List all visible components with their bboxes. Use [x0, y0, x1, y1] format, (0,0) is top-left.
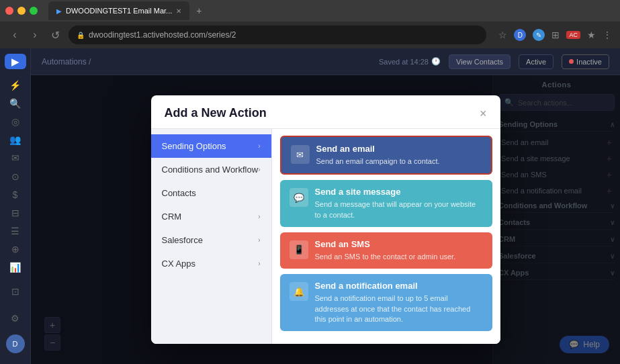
left-sidebar: ▶ ⚡ 🔍 ◎ 👥 ✉ ⊙ $ ⊟ ☰ ⊕ 📊 ⊡ ⚙ D	[0, 48, 31, 364]
app-header: Automations / Saved at 14:28 🕐 View Cont…	[31, 48, 620, 75]
menu-btn[interactable]: ⋮	[603, 30, 612, 40]
menu-arrow-icon: ›	[258, 260, 260, 267]
menu-item-label: Contacts	[162, 188, 196, 198]
menu-item-label: Sending Options	[162, 141, 226, 151]
action-title: Send an SMS	[315, 239, 456, 251]
sidebar-item-activity[interactable]: ⊙	[5, 169, 26, 184]
action-desc: Send an SMS to the contact or admin user…	[315, 252, 456, 262]
menu-item-contacts[interactable]: Contacts	[151, 181, 271, 205]
view-contacts-btn[interactable]: View Contacts	[449, 54, 511, 69]
inactive-btn[interactable]: Inactive	[562, 54, 609, 69]
menu-item-label: CRM	[162, 212, 182, 222]
sidebar-item-chart[interactable]: 📊	[5, 260, 26, 275]
sidebar-item-contacts[interactable]: 👥	[5, 132, 26, 148]
menu-item-label: Salesforce	[162, 235, 203, 245]
sidebar-item-settings[interactable]: ⚙	[5, 308, 26, 329]
action-title: Send a notification email	[315, 281, 483, 292]
menu-arrow-icon: ›	[258, 236, 260, 244]
menu-item-conditions[interactable]: Conditions and Workflow ›	[151, 158, 271, 181]
sidebar-item-dollar[interactable]: $	[5, 187, 26, 202]
modal-header: Add a New Action ×	[151, 95, 500, 129]
menu-item-sending-options[interactable]: Sending Options ›	[151, 134, 271, 158]
address-bar[interactable]: 🔒 dwoodingtest1.activehosted.com/series/…	[69, 26, 486, 44]
action-text: Send a site message Send a message that …	[315, 187, 483, 220]
address-bar-row: ‹ › ↺ 🔒 dwoodingtest1.activehosted.com/s…	[0, 21, 620, 48]
new-tab-btn[interactable]: +	[192, 5, 206, 16]
action-desc: Send a notification email to up to 5 ema…	[315, 293, 483, 324]
tab-close-btn[interactable]: ✕	[176, 7, 181, 15]
add-action-modal: Add a New Action × Sending Options › Con…	[151, 95, 500, 344]
user-icon-1[interactable]: D	[514, 29, 526, 41]
action-card-inner: 🔔 Send a notification email Send a notif…	[290, 281, 483, 324]
active-btn[interactable]: Active	[519, 54, 553, 69]
modal-left-menu: Sending Options › Conditions and Workflo…	[151, 129, 272, 344]
browser-chrome: ▶ DWOODINGTEST1 Email Mar... ✕ + ‹ › ↺ 🔒…	[0, 0, 620, 48]
action-title: Send an email	[316, 144, 440, 155]
menu-arrow-icon: ›	[258, 166, 260, 173]
modal-overlay[interactable]: Add a New Action × Sending Options › Con…	[31, 75, 620, 364]
saved-text: Saved at 14:28	[379, 58, 429, 66]
minimize-window-btn[interactable]	[17, 7, 26, 15]
modal-title: Add a New Action	[165, 106, 267, 120]
active-tab[interactable]: ▶ DWOODINGTEST1 Email Mar... ✕	[48, 1, 189, 20]
app-logo[interactable]: ▶	[5, 54, 26, 69]
inactive-indicator	[569, 59, 574, 64]
action-text: Send an email Send an email campaign to …	[316, 144, 440, 167]
sidebar-item-reports[interactable]: ⊟	[5, 205, 26, 220]
action-desc: Send an email campaign to a contact.	[316, 156, 440, 167]
menu-item-cxapps[interactable]: CX Apps ›	[151, 252, 271, 275]
close-window-btn[interactable]	[5, 7, 13, 15]
sidebar-item-automations[interactable]: ⚡	[5, 77, 26, 93]
sidebar-item-mail[interactable]: ✉	[5, 150, 26, 166]
main-content: Automations / Saved at 14:28 🕐 View Cont…	[31, 48, 620, 364]
extension-icon-1[interactable]: ✎	[533, 29, 545, 41]
sidebar-item-search[interactable]: 🔍	[5, 95, 26, 111]
email-action-icon: ✉	[291, 145, 310, 164]
star-icon[interactable]: ☆	[498, 30, 507, 40]
sms-icon: 📱	[290, 240, 308, 259]
site-message-icon: 💬	[290, 188, 308, 207]
extension-icon-2[interactable]: ⊞	[551, 30, 560, 40]
breadcrumb: Automations /	[42, 57, 91, 66]
forward-btn[interactable]: ›	[28, 29, 42, 41]
action-text: Send an SMS Send an SMS to the contact o…	[315, 239, 456, 262]
maximize-window-btn[interactable]	[30, 7, 38, 15]
action-card-site-message[interactable]: 💬 Send a site message Send a message tha…	[280, 180, 492, 227]
action-card-notification-email[interactable]: 🔔 Send a notification email Send a notif…	[280, 274, 492, 331]
action-card-inner: 📱 Send an SMS Send an SMS to the contact…	[290, 239, 483, 262]
modal-body: Sending Options › Conditions and Workflo…	[151, 129, 500, 344]
tab-title: DWOODINGTEST1 Email Mar...	[66, 7, 172, 15]
sidebar-item-list[interactable]: ☰	[5, 224, 26, 239]
menu-item-crm[interactable]: CRM ›	[151, 205, 271, 228]
action-text: Send a notification email Send a notific…	[315, 281, 483, 324]
action-card-send-sms[interactable]: 📱 Send an SMS Send an SMS to the contact…	[280, 232, 492, 269]
action-card-send-email[interactable]: ✉ Send an email Send an email campaign t…	[280, 136, 492, 175]
extension-icon-4[interactable]: ★	[587, 30, 596, 40]
lock-icon: 🔒	[77, 32, 85, 39]
menu-arrow-icon: ›	[258, 142, 260, 150]
action-card-inner: ✉ Send an email Send an email campaign t…	[291, 144, 482, 167]
sidebar-item-globe[interactable]: ⊕	[5, 242, 26, 257]
menu-arrow-icon: ›	[258, 213, 260, 220]
refresh-btn[interactable]: ↺	[48, 29, 62, 42]
action-desc: Send a message that will appear on your …	[315, 199, 483, 220]
back-btn[interactable]: ‹	[8, 29, 21, 41]
menu-item-salesforce[interactable]: Salesforce ›	[151, 228, 271, 252]
modal-close-btn[interactable]: ×	[480, 107, 487, 120]
inactive-label: Inactive	[576, 58, 602, 66]
notification-icon: 🔔	[290, 282, 308, 301]
menu-item-label: CX Apps	[162, 259, 196, 269]
window-controls	[5, 7, 38, 15]
action-card-inner: 💬 Send a site message Send a message tha…	[290, 187, 483, 220]
sidebar-item-location[interactable]: ◎	[5, 114, 26, 130]
logo-icon: ▶	[11, 56, 19, 67]
extension-icon-3[interactable]: AC	[566, 31, 580, 39]
modal-right-content: ✉ Send an email Send an email campaign t…	[272, 129, 500, 344]
browser-tabs: ▶ DWOODINGTEST1 Email Mar... ✕ +	[0, 0, 620, 21]
action-title: Send a site message	[315, 187, 483, 198]
app-body: + − Actions 🔍 Sending Options ∧ Send an …	[31, 75, 620, 364]
sidebar-user-avatar[interactable]: D	[6, 334, 25, 353]
toolbar-icons: ☆ D ✎ ⊞ AC ★ ⋮	[498, 29, 612, 41]
menu-item-label: Conditions and Workflow	[162, 165, 259, 175]
sidebar-item-pages[interactable]: ⊡	[5, 281, 26, 302]
